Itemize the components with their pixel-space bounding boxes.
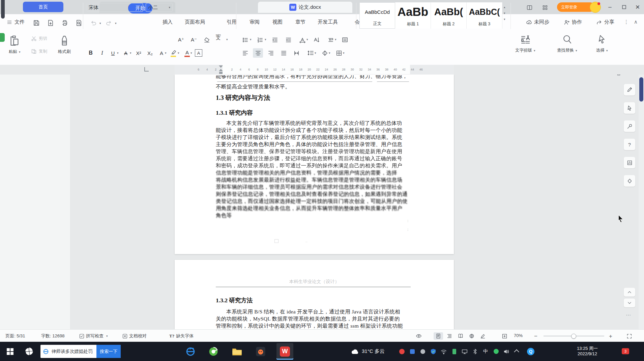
sort-button[interactable]: [312, 35, 322, 45]
maximize-button[interactable]: [619, 3, 629, 11]
web-view-icon[interactable]: [467, 332, 476, 340]
zoom-out-button[interactable]: −: [534, 333, 537, 340]
para-layout-button[interactable]: [340, 35, 350, 45]
tray-expand-icon[interactable]: [512, 342, 522, 361]
style-normal[interactable]: AaBbCcDd 正文: [359, 2, 395, 29]
document-page-1[interactable]: 能够符合用户的查询使用需求，有利于充分协调企业的人力、财力、物力等资源， 不断提…: [175, 75, 454, 254]
zoom-slider-knob[interactable]: [571, 334, 576, 339]
collapse-ribbon-icon[interactable]: ∧: [634, 19, 638, 25]
fullscreen-icon[interactable]: [624, 332, 634, 340]
menu-item-layout[interactable]: 页面布局: [185, 19, 205, 25]
zoom-level[interactable]: 70%: [514, 333, 523, 338]
zoom-in-button[interactable]: +: [609, 333, 612, 340]
undo-dropdown-icon[interactable]: ▾: [99, 22, 101, 25]
font-name-select[interactable]: 宋体▾: [86, 3, 143, 12]
style-heading3[interactable]: AaBbC( 标题 3: [467, 2, 502, 29]
document-page-2[interactable]: 本科生毕业论文（设计） 1.3.2 研究方法 本系统采用 B/S 结构，在 id…: [175, 260, 454, 329]
horizontal-ruler[interactable]: 642 246810121416182022242628303234363840…: [0, 65, 644, 75]
quick-print-icon[interactable]: [616, 75, 622, 76]
increase-indent-button[interactable]: [283, 35, 293, 45]
tray-display-icon[interactable]: [460, 342, 469, 361]
login-button[interactable]: 立即登录: [557, 2, 595, 12]
subscript-button[interactable]: X₂: [145, 48, 155, 58]
style-heading2[interactable]: AaBb( 标题 2: [431, 2, 467, 29]
fit-page-icon[interactable]: [500, 332, 509, 340]
eye-protect-icon[interactable]: [414, 332, 423, 340]
ink-pen-icon[interactable]: [478, 332, 488, 340]
left-indent-marker[interactable]: [219, 72, 223, 74]
underline-button[interactable]: U: [108, 48, 118, 58]
page-indicator[interactable]: 页面: 5/31: [5, 333, 25, 339]
tab-document[interactable]: W 论文.docx: [258, 2, 352, 13]
undo-icon[interactable]: [90, 20, 97, 26]
clear-format-icon[interactable]: [202, 35, 212, 45]
collaborate-button[interactable]: 协作: [564, 19, 582, 25]
rail-pin-icon[interactable]: [624, 120, 635, 132]
first-line-indent-marker[interactable]: [219, 65, 223, 68]
wps-app-active[interactable]: W: [276, 343, 293, 360]
bullet-list-button[interactable]: [240, 35, 250, 45]
menu-item-references[interactable]: 引用: [227, 19, 237, 25]
tab-home[interactable]: 首页: [23, 2, 63, 12]
tray-battery-icon[interactable]: [449, 342, 459, 361]
side-plugin-icon[interactable]: [0, 33, 5, 42]
tray-q-search-icon[interactable]: Q: [526, 342, 535, 361]
copy-button[interactable]: 复制: [31, 49, 47, 54]
select-tool-button[interactable]: 选择▾: [596, 34, 608, 53]
shrink-font-button[interactable]: A⁻: [189, 35, 199, 45]
wrap-marks-button[interactable]: [326, 35, 336, 45]
bold-button[interactable]: B: [86, 48, 96, 58]
minimize-button[interactable]: –: [605, 3, 615, 11]
menu-item-devtools[interactable]: 开发工具: [318, 19, 338, 25]
style-heading1[interactable]: AaBb 标题 1: [395, 2, 431, 29]
distribute-button[interactable]: [291, 48, 301, 58]
rail-edit-pen-icon[interactable]: [624, 84, 635, 95]
align-left-button[interactable]: [240, 48, 250, 58]
ie-app[interactable]: [182, 343, 199, 360]
hanging-indent-marker[interactable]: [219, 69, 223, 71]
app-grid-icon[interactable]: [541, 3, 549, 11]
taskbar-clock[interactable]: 13:25 周一 2022/9/12: [571, 346, 604, 357]
font-size-select[interactable]: 小二▾: [146, 3, 173, 12]
paste-button[interactable]: 粘贴▾: [9, 35, 21, 55]
tray-bluetooth-icon[interactable]: [470, 342, 480, 361]
green-browser-app[interactable]: [205, 343, 222, 360]
file-explorer-app[interactable]: [229, 343, 245, 360]
format-painter-button[interactable]: 格式刷: [58, 35, 71, 55]
superscript-button[interactable]: X²: [134, 48, 144, 58]
page-view-icon[interactable]: [434, 332, 443, 340]
tray-wifi-icon[interactable]: [439, 342, 448, 361]
tab-selector[interactable]: [144, 67, 149, 72]
line-spacing-button[interactable]: [305, 48, 316, 58]
export-pdf-icon[interactable]: [47, 20, 54, 26]
justify-button[interactable]: [279, 48, 289, 58]
document-area[interactable]: 能够符合用户的查询使用需求，有利于充分协调企业的人力、财力、物力等资源， 不断提…: [0, 75, 644, 329]
split-screen-icon[interactable]: [525, 3, 533, 11]
char-border-button[interactable]: A: [195, 49, 202, 57]
pinwheel-app-icon[interactable]: [22, 342, 36, 361]
rail-select-cursor-icon[interactable]: [624, 102, 635, 114]
redo-icon[interactable]: [105, 20, 112, 26]
missing-font-button[interactable]: T? 缺失字体: [169, 333, 194, 339]
rail-chart-icon[interactable]: [624, 157, 635, 168]
styles-scroll-controls[interactable]: ▴▾▾: [504, 4, 505, 22]
close-button[interactable]: ✕: [633, 3, 643, 11]
tray-green-dot-icon[interactable]: [491, 342, 501, 361]
menu-item-section[interactable]: 章节: [295, 19, 305, 25]
find-replace-button[interactable]: 查找替换▾: [557, 34, 577, 53]
book-view-icon[interactable]: [456, 332, 465, 340]
rail-help-icon[interactable]: ?: [624, 139, 635, 150]
shading-button[interactable]: [320, 48, 330, 58]
page-up-icon[interactable]: [624, 288, 635, 297]
numbered-list-button[interactable]: [255, 35, 265, 45]
doc-proof-toggle[interactable]: 文档校对: [122, 333, 147, 339]
align-center-button[interactable]: [253, 48, 263, 58]
rail-more-icon[interactable]: ⋯: [626, 312, 631, 318]
scrollbar-thumb[interactable]: [639, 77, 643, 102]
redo-dropdown-icon[interactable]: ▾: [115, 22, 117, 25]
italic-button[interactable]: I: [97, 48, 107, 58]
vertical-scrollbar[interactable]: [639, 75, 644, 329]
cut-button[interactable]: 剪切: [31, 36, 47, 41]
char-scaling-button[interactable]: [297, 35, 308, 45]
grow-font-button[interactable]: A⁺: [176, 35, 186, 45]
